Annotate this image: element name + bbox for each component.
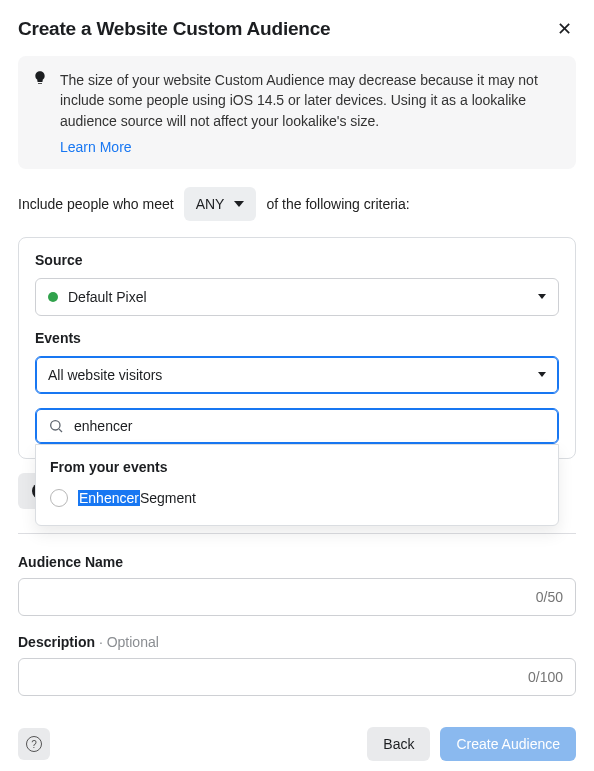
svg-line-1 [59,429,62,432]
include-prefix: Include people who meet [18,196,174,212]
source-select[interactable]: Default Pixel [35,278,559,316]
lightbulb-icon [32,70,48,86]
events-dropdown: From your events EnhencerSegment [35,444,559,526]
modal-footer: ? Back Create Audience [0,717,594,771]
source-value: Default Pixel [68,289,147,305]
match-type-value: ANY [196,196,225,212]
search-icon [48,418,64,434]
criteria-panel: Source Default Pixel Events All website … [18,237,576,459]
caret-down-icon [538,294,546,299]
caret-down-icon [234,201,244,207]
event-search-input[interactable] [74,418,546,434]
divider [18,533,576,534]
include-criteria-line: Include people who meet ANY of the follo… [18,187,576,221]
modal-header: Create a Website Custom Audience ✕ [18,16,576,42]
events-select[interactable]: All website visitors [35,356,559,394]
audience-name-label: Audience Name [18,554,576,570]
learn-more-link[interactable]: Learn More [60,139,132,155]
info-banner: The size of your website Custom Audience… [18,56,576,169]
event-search-box[interactable] [35,408,559,444]
audience-name-input[interactable] [18,578,576,616]
dropdown-section-header: From your events [36,455,558,483]
modal-title: Create a Website Custom Audience [18,18,330,40]
status-dot-icon [48,292,58,302]
radio-icon [50,489,68,507]
source-label: Source [35,252,559,268]
caret-down-icon [538,372,546,377]
dropdown-item-enhencer-segment[interactable]: EnhencerSegment [36,483,558,513]
events-value: All website visitors [48,367,162,383]
description-input[interactable] [18,658,576,696]
info-text: The size of your website Custom Audience… [60,70,560,131]
description-label: Description · Optional [18,634,576,650]
help-button[interactable]: ? [18,728,50,760]
dropdown-item-label: EnhencerSegment [78,490,196,506]
create-audience-button[interactable]: Create Audience [440,727,576,761]
match-type-select[interactable]: ANY [184,187,257,221]
back-button[interactable]: Back [367,727,430,761]
svg-point-0 [51,421,60,430]
include-suffix: of the following criteria: [266,196,409,212]
close-icon[interactable]: ✕ [553,16,576,42]
question-icon: ? [26,736,42,752]
events-label: Events [35,330,559,346]
